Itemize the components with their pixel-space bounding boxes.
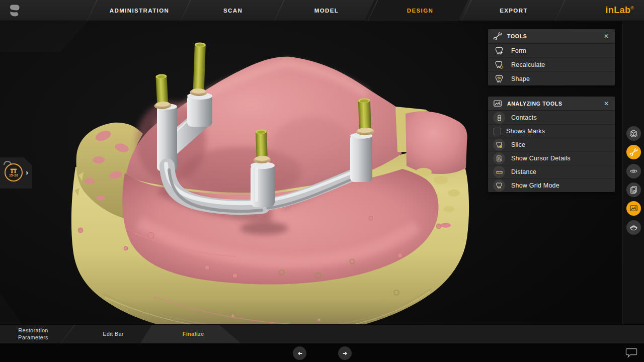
analyzing-panel-title: ANALYZING TOOLS (507, 101, 602, 107)
analyzing-shows-marks[interactable]: Shows Marks (488, 124, 615, 138)
tooth-recalculate-icon (493, 59, 505, 71)
step-label: Finalize (183, 331, 204, 338)
shows-marks-checkbox[interactable] (494, 128, 501, 135)
analyzing-panel-header: ANALYZING TOOLS ✕ (488, 97, 615, 111)
analyzing-contacts[interactable]: Contacts (488, 111, 615, 124)
jaw-model-button[interactable] (626, 220, 641, 235)
feedback-button[interactable] (625, 347, 638, 358)
analyzing-monitor-icon (629, 204, 638, 213)
tool-label: Recalculate (511, 61, 545, 68)
tool-label: Show Grid Mode (511, 182, 559, 189)
tab-scan[interactable]: SCAN (186, 0, 280, 21)
arrow-right-icon (342, 350, 349, 357)
slice-icon (493, 139, 505, 151)
scan-post-left[interactable] (152, 74, 172, 110)
chevron-right-icon[interactable]: › (26, 168, 28, 176)
right-toolbar (622, 21, 644, 324)
step-label: Restoration Parameters (12, 327, 55, 341)
gingiva-right-wing (406, 111, 467, 174)
inlab-wordmark: inLab ® (605, 0, 634, 21)
tooth-shape-icon (493, 73, 505, 85)
jaw-bowl-icon (629, 223, 638, 232)
tool-recalculate[interactable]: Recalculate (488, 57, 615, 71)
analyzing-distance[interactable]: Distance (488, 165, 615, 178)
tab-label: ADMINISTRATION (110, 8, 169, 14)
step-separator (59, 325, 75, 344)
tool-form[interactable]: Form (488, 43, 615, 57)
tool-label: Form (511, 47, 526, 54)
next-step-button[interactable] (338, 346, 352, 360)
bottom-strip (0, 343, 644, 362)
step-finalize[interactable]: Finalize (168, 325, 218, 344)
step-edit-bar[interactable]: Edit Bar (88, 325, 138, 344)
arrow-left-icon (296, 350, 303, 357)
top-phase-bar: ADMINISTRATION SCAN MODEL DESIGN EXPORT … (0, 0, 644, 21)
analyzing-slice[interactable]: Slice (488, 138, 615, 151)
objects-copy-button[interactable] (626, 183, 641, 197)
restoration-bar-badge[interactable]: 15-26 (5, 163, 23, 182)
analyzing-show-cursor-details[interactable]: Show Cursor Details (488, 151, 615, 165)
tool-label: Distance (511, 168, 536, 175)
wrench-icon (629, 148, 638, 156)
scan-post-back[interactable] (190, 42, 209, 97)
tools-panel-header: TOOLS ✕ (488, 29, 615, 43)
grid-mode-icon (493, 179, 505, 192)
tools-panel-title: TOOLS (507, 33, 602, 39)
speech-bubble-icon (625, 347, 638, 358)
close-icon[interactable]: ✕ (602, 32, 611, 41)
tab-label: MODEL (314, 8, 339, 14)
eye-icon (629, 167, 638, 175)
tooth-form-icon (493, 45, 505, 57)
tab-label: DESIGN (407, 8, 434, 14)
tab-export[interactable]: EXPORT (467, 0, 560, 21)
distance-ruler-icon (493, 166, 505, 178)
stage-accent (0, 293, 22, 324)
tool-shape[interactable]: Shape (488, 71, 615, 85)
sirona-logo (8, 4, 22, 18)
cursor-details-icon (493, 152, 505, 164)
tool-label: Shows Marks (506, 128, 545, 135)
tools-button[interactable] (626, 145, 641, 159)
tab-design[interactable]: DESIGN (373, 0, 467, 21)
tab-model[interactable]: MODEL (280, 0, 373, 21)
tool-label: Show Cursor Details (511, 155, 571, 162)
previous-step-button[interactable] (293, 346, 306, 360)
analyzing-show-grid-mode[interactable]: Show Grid Mode (488, 178, 615, 192)
tool-label: Slice (511, 141, 525, 148)
tools-panel: TOOLS ✕ Form Recalculate (488, 29, 615, 85)
cube-icon (629, 129, 638, 138)
wrench-icon (493, 32, 502, 41)
inlab-application-window: ADMINISTRATION SCAN MODEL DESIGN EXPORT … (0, 0, 644, 362)
step-label: Edit Bar (103, 331, 124, 338)
brand-name: inLab (605, 5, 630, 16)
documents-icon (629, 186, 638, 194)
tab-administration[interactable]: ADMINISTRATION (93, 0, 186, 21)
analyzing-monitor-icon (493, 99, 502, 108)
bottom-step-bar: Restoration Parameters Edit Bar Finalize (0, 324, 644, 343)
view-cube-button[interactable] (626, 126, 641, 141)
tab-label: SCAN (223, 8, 243, 14)
stage-accent (0, 21, 88, 52)
contacts-icon (493, 112, 505, 124)
tool-label: Contacts (511, 114, 537, 121)
tab-label: EXPORT (500, 8, 528, 14)
restoration-flyout[interactable]: 15-26 › (0, 157, 32, 189)
step-restoration-parameters[interactable]: Restoration Parameters (8, 325, 58, 344)
close-icon[interactable]: ✕ (602, 99, 611, 108)
visibility-button[interactable] (626, 164, 641, 178)
analyzing-tools-panel: ANALYZING TOOLS ✕ Contacts Shows Marks (488, 97, 615, 192)
analyzing-tools-button[interactable] (626, 201, 641, 216)
tooth-range-label: 15-26 (9, 173, 18, 177)
tool-label: Shape (511, 75, 530, 82)
registered-mark: ® (630, 6, 634, 11)
